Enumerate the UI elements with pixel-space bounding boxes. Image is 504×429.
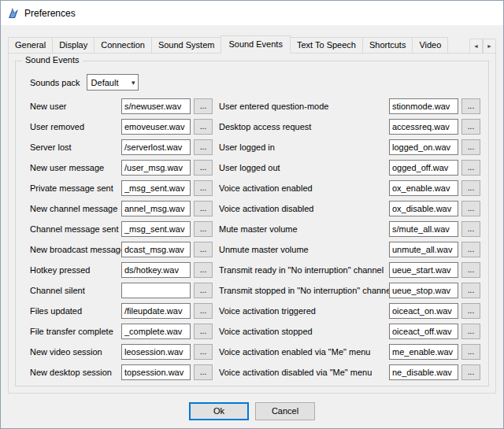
browse-button[interactable]: ... [461,364,480,380]
sound-event-row: Channel message sent... [30,221,213,237]
tabs-viewport: General Display Connection Sound System … [8,35,469,54]
browse-button[interactable]: ... [194,344,213,360]
sound-event-row: New video session... [30,344,213,360]
browse-button[interactable]: ... [461,344,480,360]
sound-event-row: File transfer complete... [30,324,213,339]
groupbox-title: Sound Events [22,55,83,65]
sound-event-label: Channel silent [30,286,121,295]
sound-file-input[interactable] [389,201,458,216]
sound-event-label: Voice activation triggered [219,306,389,316]
sound-event-label: Unmute master volume [219,245,389,254]
sound-file-input[interactable] [121,242,191,257]
tab-display[interactable]: Display [52,37,94,54]
cancel-button[interactable]: Cancel [255,402,315,420]
tab-general[interactable]: General [8,37,53,54]
sound-event-label: User logged out [219,163,389,172]
browse-button[interactable]: ... [461,98,480,114]
sound-file-input[interactable] [121,324,191,339]
browse-button[interactable]: ... [194,98,213,114]
browse-button[interactable]: ... [194,180,213,196]
sound-event-row: Voice activation disabled... [219,201,480,216]
sound-file-input[interactable] [389,262,458,278]
tab-connection[interactable]: Connection [94,37,152,54]
sound-file-input[interactable] [121,262,191,278]
sound-event-label: User removed [30,122,121,131]
browse-button[interactable]: ... [194,160,213,176]
sound-file-input[interactable] [389,324,458,339]
sounds-pack-select[interactable]: Default ▾ [87,74,139,91]
sound-file-input[interactable] [121,221,191,237]
sound-file-input[interactable] [121,119,191,135]
sound-file-input[interactable] [121,201,191,216]
browse-button[interactable]: ... [461,303,480,319]
browse-button[interactable]: ... [461,119,480,135]
ok-button[interactable]: Ok [189,402,249,420]
browse-button[interactable]: ... [194,262,213,278]
sound-event-row: Voice activation enabled... [219,180,480,196]
sound-file-input[interactable] [389,364,458,380]
sound-file-input[interactable] [389,344,458,360]
sound-file-input[interactable] [389,160,458,176]
tab-video[interactable]: Video [412,37,448,54]
titlebar: Preferences [1,1,503,25]
sound-event-row: Unmute master volume... [219,242,480,257]
tab-shortcuts[interactable]: Shortcuts [362,37,413,54]
sound-file-input[interactable] [389,242,458,257]
sound-events-column-right: User entered question-mode... Desktop ac… [219,98,480,380]
sounds-pack-label: Sounds pack [30,78,80,87]
browse-button[interactable]: ... [194,283,213,298]
browse-button[interactable]: ... [461,180,480,196]
browse-button[interactable]: ... [461,201,480,216]
sound-file-input[interactable] [121,283,191,298]
sound-events-column-left: New user... User removed... Server lost.… [30,98,213,380]
browse-button[interactable]: ... [461,221,480,237]
browse-button[interactable]: ... [194,139,213,155]
sound-event-row: Server lost... [30,139,213,155]
sound-event-label: Voice activation disabled via "Me" menu [219,368,389,377]
sound-file-input[interactable] [121,98,191,114]
sound-file-input[interactable] [389,283,458,298]
sounds-pack-row: Sounds pack Default ▾ [30,74,480,91]
tab-text-to-speech[interactable]: Text To Speech [290,37,363,54]
sound-file-input[interactable] [121,160,191,176]
browse-button[interactable]: ... [194,221,213,237]
browse-button[interactable]: ... [194,324,213,339]
browse-button[interactable]: ... [194,364,213,380]
sound-file-input[interactable] [389,139,458,155]
browse-button[interactable]: ... [461,262,480,278]
sound-file-input[interactable] [389,180,458,196]
sound-event-row: Channel silent... [30,283,213,298]
sound-event-row: Voice activation enabled via "Me" menu..… [219,344,480,360]
dialog-footer: Ok Cancel [8,394,496,428]
browse-button[interactable]: ... [194,201,213,216]
browse-button[interactable]: ... [194,119,213,135]
browse-button[interactable]: ... [461,242,480,257]
preferences-dialog: Preferences General Display Connection S… [0,0,504,429]
sound-file-input[interactable] [389,221,458,237]
sound-event-row: New broadcast message... [30,242,213,257]
sound-event-row: Hotkey pressed... [30,262,213,278]
sound-file-input[interactable] [121,364,191,380]
tab-scroll-left-icon[interactable]: ◄ [469,39,483,54]
browse-button[interactable]: ... [461,160,480,176]
tab-sound-system[interactable]: Sound System [151,37,222,54]
tab-scroll-right-icon[interactable]: ► [483,39,496,54]
sound-event-label: Server lost [30,142,121,152]
sound-event-label: Transmit ready in "No interruption" chan… [219,265,389,275]
sound-file-input[interactable] [389,98,458,114]
sound-file-input[interactable] [121,344,191,360]
sound-file-input[interactable] [389,303,458,319]
sound-file-input[interactable] [121,180,191,196]
browse-button[interactable]: ... [194,303,213,319]
sound-event-label: New video session [30,347,121,357]
sound-file-input[interactable] [121,139,191,155]
browse-button[interactable]: ... [461,324,480,339]
tab-sound-events[interactable]: Sound Events [220,35,291,54]
sound-file-input[interactable] [121,303,191,319]
app-icon [7,7,20,20]
chevron-down-icon: ▾ [132,79,135,87]
browse-button[interactable]: ... [461,283,480,298]
browse-button[interactable]: ... [461,139,480,155]
sound-file-input[interactable] [389,119,458,135]
browse-button[interactable]: ... [194,242,213,257]
